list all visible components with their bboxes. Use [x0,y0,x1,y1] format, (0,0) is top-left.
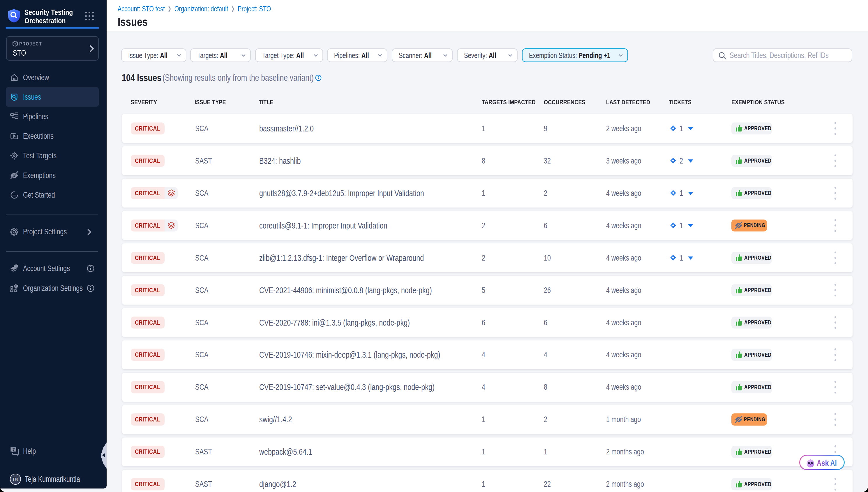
svg-text:?: ? [12,447,15,452]
